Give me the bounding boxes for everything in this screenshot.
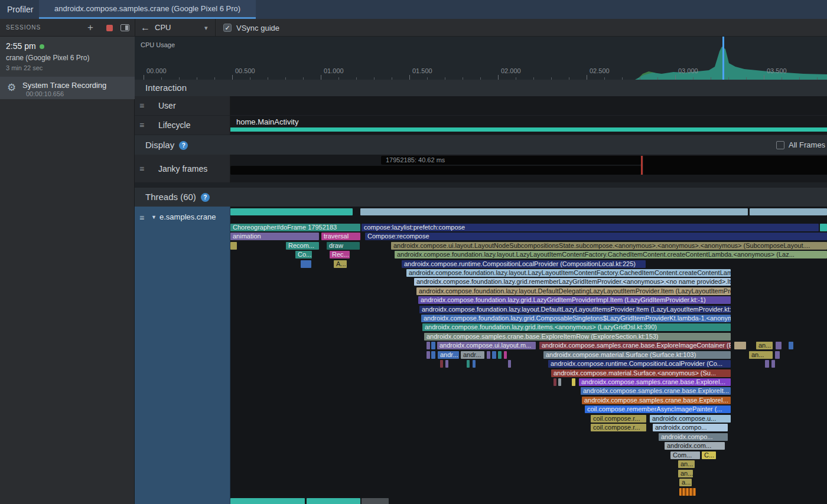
- flame-bar[interactable]: androidx.compose.material.Surface (Surfa…: [543, 351, 731, 359]
- flame-bar[interactable]: [553, 378, 556, 386]
- flame-bar[interactable]: [750, 208, 827, 215]
- drag-handle-icon[interactable]: ≡: [139, 120, 144, 130]
- flame-bar[interactable]: [776, 342, 782, 349]
- flame-bar[interactable]: an...: [678, 470, 693, 477]
- flame-bar[interactable]: animation: [230, 233, 319, 240]
- flame-bar[interactable]: androidx.compose.foundation.lazy.grid.Co…: [421, 315, 731, 322]
- flame-bar[interactable]: androidx.compo...: [659, 433, 728, 441]
- help-icon[interactable]: ?: [201, 193, 210, 202]
- flame-bar[interactable]: [362, 498, 389, 504]
- flame-bar[interactable]: androidx.com...: [665, 442, 725, 450]
- flame-bar[interactable]: androidx.compose.foundation.lazy.grid.re…: [414, 278, 731, 286]
- flame-bar[interactable]: androidx.compose.foundation.lazy.layout.…: [419, 306, 731, 313]
- flame-bar[interactable]: [426, 342, 430, 349]
- flame-bar[interactable]: [504, 351, 507, 359]
- flame-bar[interactable]: androidx.compose.samples.crane.base.Expl…: [579, 378, 731, 386]
- drag-handle-icon[interactable]: ≡: [139, 213, 144, 222]
- add-session-button[interactable]: +: [87, 19, 93, 36]
- flame-bar[interactable]: [230, 208, 353, 215]
- flame-bar[interactable]: C...: [702, 451, 716, 459]
- drag-handle-icon[interactable]: ≡: [139, 101, 144, 110]
- flame-bar[interactable]: an...: [756, 342, 773, 349]
- flame-bar[interactable]: androidx.compose.foundation.lazy.layout.…: [395, 251, 827, 258]
- flame-bar[interactable]: traversal: [321, 233, 360, 240]
- flame-bar[interactable]: Compose:recompose: [365, 233, 827, 240]
- flame-bar[interactable]: compose:lazylist:prefetch:compose: [362, 224, 819, 231]
- janky-frame-bar[interactable]: [643, 156, 827, 175]
- flame-bar[interactable]: androidx.compo...: [653, 424, 728, 431]
- flame-bar[interactable]: androidx.compose.samples.crane.base.Expl…: [582, 397, 731, 404]
- flame-bar[interactable]: [492, 351, 496, 359]
- flame-bar[interactable]: Co...: [295, 251, 312, 258]
- flame-bar[interactable]: andr...: [438, 351, 459, 359]
- flame-bar[interactable]: Rec...: [330, 251, 350, 258]
- flame-bar[interactable]: draw: [327, 242, 360, 250]
- flame-bar[interactable]: [301, 260, 311, 268]
- flame-bar[interactable]: [440, 360, 443, 368]
- flame-bar[interactable]: [789, 342, 793, 349]
- flame-bar[interactable]: coil.compose.rememberAsyncImagePainter (…: [585, 405, 731, 413]
- flame-bar[interactable]: androidx.compose.samples.crane.base.Expl…: [424, 333, 731, 341]
- janky-frame-bar[interactable]: 17952185: 40.62 ms: [381, 156, 641, 165]
- flame-bar[interactable]: [820, 224, 827, 231]
- flame-bar[interactable]: [467, 360, 470, 368]
- user-track-body[interactable]: [230, 96, 827, 116]
- flame-bar[interactable]: androidx.compose.ui.layout.m...: [437, 342, 536, 349]
- flame-bar[interactable]: androidx.compose.material.Surface.<anony…: [551, 369, 731, 377]
- flame-bar[interactable]: androidx.compose.samples.crane.base.Expl…: [581, 387, 731, 395]
- flame-bar[interactable]: [230, 242, 237, 250]
- flame-bar[interactable]: [572, 378, 575, 386]
- flame-bar[interactable]: androidx.compose.foundation.lazy.layout.…: [416, 287, 731, 295]
- all-frames-checkbox[interactable]: All Frames: [776, 135, 825, 155]
- flame-bar[interactable]: [487, 351, 490, 359]
- flame-bar[interactable]: [431, 351, 435, 359]
- flame-bar[interactable]: androidx.compose.ui.layout.LayoutNodeSub…: [391, 242, 827, 250]
- cpu-usage-track[interactable]: CPU Usage 00.00000.50001.00001.50002.000…: [135, 37, 827, 80]
- help-icon[interactable]: ?: [179, 141, 188, 150]
- flame-bar[interactable]: [498, 351, 502, 359]
- janky-track-body[interactable]: 17952185: 40.62 ms: [230, 155, 827, 183]
- flame-bar[interactable]: androidx.compose.runtime.CompositionLoca…: [548, 360, 731, 368]
- flame-bar[interactable]: [307, 498, 360, 504]
- lifecycle-track-body[interactable]: home.MainActivity: [230, 116, 827, 135]
- flame-bar[interactable]: Recom...: [286, 242, 319, 250]
- cpu-dropdown[interactable]: CPU ▾: [155, 19, 214, 37]
- flame-bar[interactable]: [508, 360, 511, 368]
- flame-bar[interactable]: [775, 351, 780, 359]
- collapse-triangle-icon[interactable]: ▼: [151, 214, 157, 220]
- back-arrow-button[interactable]: ←: [141, 19, 150, 37]
- flame-bar[interactable]: [445, 360, 448, 368]
- stop-recording-button[interactable]: [106, 25, 113, 31]
- flame-bar[interactable]: [771, 360, 775, 368]
- flame-bar[interactable]: Choreographer#doFrame 17952183: [230, 224, 360, 231]
- flame-bar[interactable]: [734, 342, 746, 349]
- flame-bar[interactable]: androidx.compose.foundation.lazy.layout.…: [406, 269, 731, 277]
- flame-bar[interactable]: a...: [679, 479, 692, 486]
- flame-bar[interactable]: [473, 360, 476, 368]
- flame-bar[interactable]: andr...: [461, 351, 484, 359]
- flame-bar[interactable]: [230, 498, 305, 504]
- system-trace-recording-item[interactable]: ⚙ System Trace Recording 00:00:10.656: [0, 77, 135, 99]
- flame-bar[interactable]: [431, 342, 435, 349]
- flame-bar[interactable]: androidx.compose.samples.crane.base.Expl…: [539, 342, 731, 349]
- flame-bar[interactable]: androidx.compose.u...: [650, 415, 731, 423]
- flame-bar[interactable]: an...: [749, 351, 773, 359]
- vsync-guide-checkbox[interactable]: ✓ VSync guide: [223, 19, 279, 37]
- flame-bar[interactable]: androidx.compose.foundation.lazy.grid.it…: [422, 323, 731, 331]
- thread-label-panel[interactable]: ≡ ▼ e.samples.crane: [135, 207, 230, 504]
- activity-lifetime-bar[interactable]: [230, 127, 827, 132]
- drag-handle-icon[interactable]: ≡: [139, 164, 144, 174]
- flame-bar[interactable]: androidx.compose.runtime.CompositionLoca…: [402, 260, 646, 268]
- janky-frame-bar[interactable]: [230, 166, 641, 175]
- flame-bar[interactable]: [679, 488, 696, 496]
- flame-bar[interactable]: [765, 360, 769, 368]
- session-card[interactable]: 2:55 pm crane (Google Pixel 6 Pro) 3 min…: [0, 37, 135, 77]
- timeline-ruler[interactable]: 00.00000.50001.00001.50002.00002.50003.0…: [135, 66, 827, 80]
- collapse-panel-icon[interactable]: [121, 24, 129, 31]
- session-tab[interactable]: androidx.compose.samples.crane (Google P…: [39, 0, 256, 19]
- flame-bar[interactable]: [360, 208, 748, 215]
- flame-bar[interactable]: Com...: [670, 451, 700, 459]
- flame-bar[interactable]: an...: [678, 460, 695, 468]
- flame-bar[interactable]: coil.compose.r...: [591, 415, 646, 423]
- flame-bar[interactable]: [558, 378, 561, 386]
